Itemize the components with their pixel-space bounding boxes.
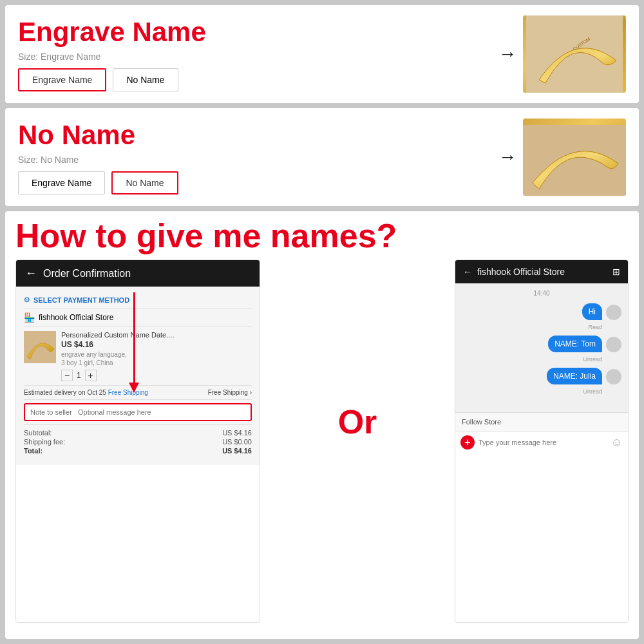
product-details-2: 3 boy 1 girl, China [61, 359, 252, 367]
total-row: Total: US $4.16 [24, 447, 252, 455]
subtotal-label: Subtotal: [24, 429, 52, 437]
product-price: US $4.16 [61, 340, 252, 349]
product-info: Personalized Custom Name Date.... US $4.… [61, 331, 252, 381]
top-panels: Engrave Name Size: Engrave Name Engrave … [5, 5, 639, 206]
chat-timestamp: 14:40 [462, 290, 621, 297]
chat-status-tom: Unread [462, 356, 621, 363]
chat-avatar-tom [606, 337, 621, 352]
note-to-seller-input[interactable] [24, 403, 252, 421]
chat-message-julia-row: NAME: Julia [462, 368, 621, 384]
chat-avatar-julia [606, 369, 621, 384]
bottom-panel: How to give me names? ← Order Confirmati… [5, 211, 639, 639]
arrow-right-1: → [498, 44, 516, 64]
chat-status-hi: Read [462, 324, 621, 330]
panel-noname-options: Engrave Name No Name [18, 171, 498, 194]
chat-message-tom-row: NAME: Tom [462, 336, 621, 352]
panel-engrave: Engrave Name Size: Engrave Name Engrave … [5, 5, 639, 103]
engrave-name-btn-2[interactable]: Engrave Name [18, 171, 105, 194]
chat-bubble-hi: Hi [582, 303, 602, 320]
panel-noname-right: → [498, 118, 626, 196]
chat-body: 14:40 Hi Read NAME: Tom Unread [455, 283, 628, 412]
chat-store-name: fishhook Official Store [477, 267, 565, 277]
chat-plus-btn[interactable]: + [460, 435, 475, 450]
total-label: Total: [24, 447, 43, 455]
shipping-value: US $0.00 [222, 438, 252, 446]
qty-value: 1 [77, 371, 81, 380]
product-image [24, 331, 56, 363]
panel-engrave-right: → [498, 15, 626, 93]
chat-header: ← fishhook Official Store ⊞ [455, 260, 628, 283]
total-value: US $4.16 [222, 447, 252, 455]
follow-store-section: Follow Store [455, 412, 628, 431]
main-container: Engrave Name Size: Engrave Name Engrave … [0, 0, 644, 644]
subtotal-value: US $4.16 [222, 429, 252, 437]
panel-engrave-left: Engrave Name Size: Engrave Name Engrave … [18, 17, 498, 91]
shipping-row: Shipping fee: US $0.00 [24, 438, 252, 446]
follow-store-label[interactable]: Follow Store [462, 418, 501, 426]
chat-bubble-julia: NAME: Julia [547, 368, 602, 384]
emoji-icon[interactable]: ☺ [611, 436, 623, 450]
instruction-content: ← Order Confirmation ⊙ SELECT PAYMENT ME… [15, 260, 629, 623]
panel-noname: No Name Size: No Name Engrave Name No Na… [5, 108, 639, 206]
ring-engraved-visual: CUSTOM [523, 15, 626, 93]
payment-label[interactable]: SELECT PAYMENT METHOD [33, 296, 129, 304]
store-page-icon[interactable]: ⊞ [612, 267, 620, 277]
product-details-1: engrave any language, [61, 350, 252, 359]
qty-minus-btn[interactable]: − [61, 370, 73, 381]
instruction-title: How to give me names? [15, 218, 629, 254]
qty-row: − 1 + [61, 370, 252, 381]
ring-plain-visual [523, 118, 626, 196]
chat-input-row: + ☺ [455, 431, 628, 453]
no-name-btn-1[interactable]: No Name [113, 68, 178, 91]
chat-screenshot: ← fishhook Official Store ⊞ 14:40 Hi Rea… [455, 260, 629, 623]
panel-engrave-size: Size: Engrave Name [18, 52, 498, 62]
payment-icon: ⊙ [24, 296, 30, 304]
order-confirmation-screenshot: ← Order Confirmation ⊙ SELECT PAYMENT ME… [15, 260, 260, 623]
order-totals: Subtotal: US $4.16 Shipping fee: US $0.0… [24, 425, 252, 460]
chat-message-input[interactable] [478, 439, 607, 446]
panel-noname-title: No Name [18, 120, 498, 151]
chat-status-julia: Unread [462, 388, 621, 395]
free-shipping-label: Free Shipping [108, 389, 148, 396]
or-divider: Or [338, 402, 377, 441]
chat-back-arrow-icon[interactable]: ← [463, 267, 472, 277]
no-name-btn-2[interactable]: No Name [111, 171, 178, 194]
chat-avatar-hi [606, 305, 621, 320]
panel-noname-size: Size: No Name [18, 155, 498, 165]
delivery-arrow: Free Shipping › [208, 389, 252, 396]
subtotal-row: Subtotal: US $4.16 [24, 429, 252, 437]
note-to-seller-row[interactable] [24, 400, 252, 425]
product-name: Personalized Custom Name Date.... [61, 331, 252, 339]
store-name[interactable]: fishhook Official Store [39, 313, 114, 322]
order-confirmation-title: Order Confirmation [43, 268, 131, 279]
chat-bubble-tom: NAME: Tom [548, 336, 602, 352]
panel-noname-left: No Name Size: No Name Engrave Name No Na… [18, 120, 498, 194]
engrave-name-btn-1[interactable]: Engrave Name [18, 68, 106, 91]
panel-engrave-options: Engrave Name No Name [18, 68, 498, 91]
qty-plus-btn[interactable]: + [85, 370, 97, 381]
svg-rect-0 [526, 15, 623, 93]
panel-engrave-title: Engrave Name [18, 17, 498, 48]
ring-image-plain [523, 118, 626, 196]
store-icon: 🏪 [24, 312, 35, 323]
arrow-right-2: → [498, 147, 516, 167]
back-arrow-icon[interactable]: ← [25, 267, 37, 280]
ring-image-engraved: CUSTOM [523, 15, 626, 93]
shipping-label: Shipping fee: [24, 438, 65, 446]
chat-message-hi-row: Hi [462, 303, 621, 320]
order-confirmation-header: ← Order Confirmation [16, 260, 260, 287]
